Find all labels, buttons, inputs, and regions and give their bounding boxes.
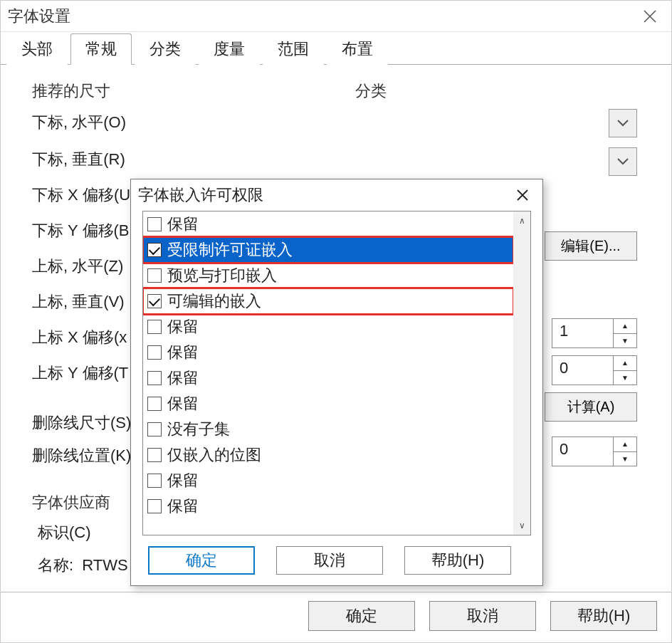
spin-1-down[interactable]: ▼: [614, 334, 636, 348]
checkbox[interactable]: [147, 397, 162, 411]
spin-3-down[interactable]: ▼: [614, 452, 636, 466]
vendor-name-label: 名称: RTWS: [38, 555, 128, 576]
label-strike-size: 删除线尺寸(S): [32, 412, 131, 434]
spin-2-up[interactable]: ▲: [614, 356, 636, 371]
list-item[interactable]: 保留: [143, 211, 513, 237]
dialog-cancel-button[interactable]: 取消: [276, 546, 383, 575]
checkbox[interactable]: [147, 217, 162, 231]
label-sup-xoff: 上标 X 偏移(x: [32, 327, 127, 348]
scrollbar[interactable]: ∧ ∨: [513, 211, 530, 535]
spin-1[interactable]: 1 ▲▼: [552, 318, 637, 348]
permissions-listbox[interactable]: 保留受限制许可证嵌入预览与打印嵌入可编辑的嵌入保留保留保留保留没有子集仅嵌入的位…: [142, 211, 531, 535]
spin-1-up[interactable]: ▲: [614, 319, 636, 334]
dialog-titlebar: 字体嵌入许可权限: [131, 179, 542, 211]
content-area: 推荐的尺寸 分类 下标, 水平(O) 下标, 垂直(R) 下标 X 偏移(U 下…: [1, 65, 671, 642]
spin-2-value[interactable]: 0: [552, 355, 613, 385]
spin-3-up[interactable]: ▲: [614, 437, 636, 452]
edit-button[interactable]: 编辑(E)...: [545, 231, 637, 261]
label-strike-pos: 删除线位置(K): [32, 445, 131, 466]
label-sub-xoff: 下标 X 偏移(U: [32, 184, 130, 206]
spin-3-value[interactable]: 0: [552, 436, 613, 466]
close-icon[interactable]: [636, 2, 664, 31]
list-item-label: 保留: [167, 214, 199, 235]
list-item[interactable]: 保留: [143, 468, 513, 493]
tab-3[interactable]: 度量: [199, 33, 260, 65]
list-item-label: 没有子集: [167, 419, 230, 440]
tab-5[interactable]: 布置: [327, 33, 388, 65]
list-item[interactable]: 保留: [143, 365, 513, 391]
list-item[interactable]: 保留: [143, 340, 513, 365]
tab-2[interactable]: 分类: [135, 33, 196, 65]
list-item[interactable]: 保留: [143, 314, 513, 340]
dialog-close-icon[interactable]: [510, 182, 535, 208]
list-item-label: 预览与打印嵌入: [167, 265, 277, 286]
groupbox-recommended-label: 推荐的尺寸: [32, 80, 110, 102]
tab-1[interactable]: 常规: [70, 33, 132, 65]
list-item-label: 保留: [167, 367, 199, 389]
list-item-label: 保留: [167, 316, 199, 338]
list-item[interactable]: 可编辑的嵌入: [143, 288, 513, 314]
scroll-up-icon[interactable]: ∧: [513, 211, 530, 230]
dialog-buttons: 确定 取消 帮助(H): [131, 535, 542, 585]
groupbox-vendor-label: 字体供应商: [32, 492, 110, 513]
label-sup-horiz: 上标, 水平(Z): [32, 256, 123, 277]
list-item-label: 保留: [167, 496, 199, 517]
tab-4[interactable]: 范围: [263, 33, 324, 65]
spin-2-down[interactable]: ▼: [614, 371, 636, 385]
spin-1-value[interactable]: 1: [552, 318, 613, 348]
dialog-help-button[interactable]: 帮助(H): [404, 546, 511, 575]
checkbox[interactable]: [147, 294, 162, 308]
groupbox-category-label: 分类: [355, 80, 387, 102]
checkbox[interactable]: [147, 371, 162, 385]
vendor-id-label: 标识(C): [38, 522, 91, 543]
spin-3[interactable]: 0 ▲▼: [552, 436, 637, 466]
list-item-label: 保留: [167, 470, 199, 491]
main-buttons: 确定 取消 帮助(H): [308, 601, 657, 631]
checkbox[interactable]: [147, 243, 162, 257]
tab-0[interactable]: 头部: [6, 33, 68, 65]
dialog-title: 字体嵌入许可权限: [138, 184, 510, 206]
checkbox[interactable]: [147, 474, 162, 488]
checkbox[interactable]: [147, 499, 162, 513]
list-item-label: 保留: [167, 393, 199, 414]
tab-bar: 头部常规分类度量范围布置: [1, 32, 671, 65]
main-titlebar: 字体设置: [1, 1, 671, 32]
label-sup-vert: 上标, 垂直(V): [32, 291, 125, 313]
list-item[interactable]: 保留: [143, 493, 513, 519]
checkbox[interactable]: [147, 268, 162, 283]
category-combo-2-arrow[interactable]: [609, 147, 637, 176]
category-combo-1-arrow[interactable]: [609, 109, 637, 137]
separator: [1, 592, 671, 592]
list-item-label: 仅嵌入的位图: [167, 444, 261, 466]
list-item[interactable]: 保留: [143, 391, 513, 417]
list-item-label: 受限制许可证嵌入: [167, 239, 293, 261]
label-sub-vert: 下标, 垂直(R): [32, 149, 125, 170]
checkbox[interactable]: [147, 320, 162, 334]
cancel-button[interactable]: 取消: [429, 601, 536, 631]
ok-button[interactable]: 确定: [308, 601, 415, 631]
dialog-body: 保留受限制许可证嵌入预览与打印嵌入可编辑的嵌入保留保留保留保留没有子集仅嵌入的位…: [131, 211, 542, 535]
list-item[interactable]: 仅嵌入的位图: [143, 442, 513, 468]
label-sub-yoff: 下标 Y 偏移(B: [32, 220, 130, 241]
label-sub-horiz: 下标, 水平(O): [32, 112, 126, 133]
main-title: 字体设置: [8, 6, 636, 27]
list-item[interactable]: 预览与打印嵌入: [143, 263, 513, 288]
spin-2[interactable]: 0 ▲▼: [552, 355, 637, 385]
help-button[interactable]: 帮助(H): [550, 601, 657, 631]
main-window: 字体设置 头部常规分类度量范围布置 推荐的尺寸 分类 下标, 水平(O) 下标,…: [0, 0, 672, 643]
checkbox[interactable]: [147, 345, 162, 360]
label-sup-yoff: 上标 Y 偏移(T: [32, 362, 128, 384]
scroll-down-icon[interactable]: ∨: [513, 516, 530, 535]
list-item-label: 可编辑的嵌入: [167, 291, 261, 312]
checkbox[interactable]: [147, 448, 162, 462]
dialog-ok-button[interactable]: 确定: [148, 546, 255, 575]
list-item[interactable]: 没有子集: [143, 417, 513, 442]
permissions-dialog: 字体嵌入许可权限 保留受限制许可证嵌入预览与打印嵌入可编辑的嵌入保留保留保留保留…: [130, 179, 543, 586]
scroll-track[interactable]: [513, 230, 530, 516]
checkbox[interactable]: [147, 422, 162, 436]
list-item[interactable]: 受限制许可证嵌入: [143, 237, 513, 263]
calc-button[interactable]: 计算(A): [545, 392, 637, 422]
list-item-label: 保留: [167, 342, 199, 363]
